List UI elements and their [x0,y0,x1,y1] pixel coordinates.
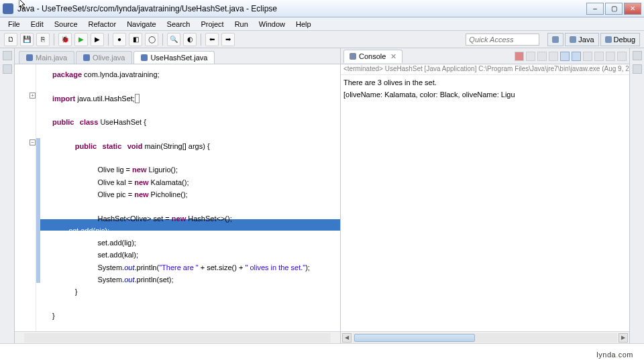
window-title: Java - UseTreeSet/src/com/lynda/javatrai… [17,4,586,13]
minimize-button[interactable]: – [586,3,604,15]
task-list-icon[interactable] [633,51,642,60]
right-trim [629,48,644,343]
nav-fwd-button[interactable]: ➡ [221,33,235,46]
open-perspective-button[interactable] [547,33,564,46]
eclipse-icon [3,3,13,14]
terminate-button[interactable] [515,52,524,61]
package-explorer-icon[interactable] [3,51,12,60]
menu-file[interactable]: File [3,19,25,29]
display-console-button[interactable] [583,52,592,61]
menu-search[interactable]: Search [162,19,196,29]
toolbar: 🗋 💾 ⎘ 🐞 ▶ ▶ ● ◧ ◯ 🔍 ◐ ⬅ ➡ Java Debug [0,31,644,48]
debug-button[interactable]: 🐞 [58,33,72,46]
menu-navigate[interactable]: Navigate [121,19,161,29]
quick-access [466,34,539,46]
editor-h-scrollbar[interactable] [15,331,340,343]
new-class-button[interactable]: ● [113,33,126,46]
java-file-icon [141,54,148,61]
remove-launch-button[interactable] [526,52,535,61]
pin-console-button[interactable] [572,52,581,61]
menu-help[interactable]: Help [290,19,317,29]
editor-body[interactable]: + − package com.lynda.javatraining; impo… [15,64,340,343]
menu-window[interactable]: Window [254,19,290,29]
java-icon [570,36,576,43]
lynda-logo: lynda.com [596,345,633,361]
tab-usehashset-java[interactable]: UseHashSet.java [133,51,215,64]
run-button[interactable]: ▶ [74,33,88,46]
toggle-button[interactable]: ◐ [183,33,197,46]
open-type-button[interactable]: ◯ [145,33,158,46]
new-package-button[interactable]: ◧ [129,33,142,46]
main-area: Main.java Olive.java UseHashSet.java + −… [0,48,644,343]
close-button[interactable]: ✕ [624,3,641,15]
debug-icon [605,36,612,43]
console-header: Console✕ [341,48,629,64]
remove-all-button[interactable] [537,52,547,61]
scroll-right-icon[interactable]: ▶ [619,333,628,343]
code-area[interactable]: package com.lynda.javatraining; import j… [40,64,340,331]
console-output[interactable]: There are 3 olives in the set. [oliveNam… [341,75,629,331]
quick-access-input[interactable] [466,34,539,46]
separator [108,34,109,46]
console-tab[interactable]: Console✕ [343,50,402,63]
java-perspective[interactable]: Java [565,33,598,46]
scroll-left-icon[interactable]: ◀ [342,333,352,343]
save-all-button[interactable]: ⎘ [36,33,50,46]
titlebar: Java - UseTreeSet/src/com/lynda/javatrai… [0,0,644,17]
hierarchy-icon[interactable] [3,64,12,74]
save-button[interactable]: 💾 [20,33,34,46]
perspective-switcher: Java Debug [547,33,640,46]
menubar: File Edit Source Refactor Navigate Searc… [0,17,644,31]
java-file-icon [83,54,90,61]
fold-import-icon[interactable]: + [30,93,36,99]
separator [54,34,54,46]
editor-panel: Main.java Olive.java UseHashSet.java + −… [15,48,341,343]
console-toolbar [515,52,627,61]
maximize-button[interactable]: ▢ [605,3,623,15]
open-console-button[interactable] [594,52,604,61]
menu-source[interactable]: Source [49,19,83,29]
console-h-scrollbar[interactable]: ◀ ▶ [341,331,629,343]
new-button[interactable]: 🗋 [4,33,17,46]
branding-bar: lynda.com [0,343,644,362]
console-status: <terminated> UseHashSet [Java Applicatio… [341,64,629,75]
tab-olive-java[interactable]: Olive.java [76,51,132,64]
separator [201,34,201,46]
menu-edit[interactable]: Edit [25,19,49,29]
scroll-thumb[interactable] [354,334,475,342]
menu-project[interactable]: Project [195,19,229,29]
java-file-icon [26,54,33,61]
menu-run[interactable]: Run [229,19,254,29]
scroll-lock-button[interactable] [560,52,570,61]
search-button[interactable]: 🔍 [167,33,180,46]
menu-refactor[interactable]: Refactor [83,19,122,29]
nav-back-button[interactable]: ⬅ [205,33,219,46]
window-buttons: – ▢ ✕ [586,3,641,15]
editor-tabs: Main.java Olive.java UseHashSet.java [15,48,340,64]
maximize-view-button[interactable] [617,52,627,61]
outline-icon[interactable] [633,64,642,74]
console-icon [350,53,356,60]
tab-main-java[interactable]: Main.java [19,51,74,64]
scroll-track[interactable] [353,333,617,343]
clear-console-button[interactable] [549,52,558,61]
left-trim [0,48,15,343]
console-panel: Console✕ <terminated> UseHashSet [Java A… [341,48,629,343]
perspective-icon [552,36,559,43]
debug-perspective[interactable]: Debug [600,33,640,46]
run-last-button[interactable]: ▶ [91,33,104,46]
minimize-view-button[interactable] [606,52,615,61]
editor-gutter: + − [15,64,36,331]
fold-method-icon[interactable]: − [30,139,36,145]
separator [162,34,163,46]
